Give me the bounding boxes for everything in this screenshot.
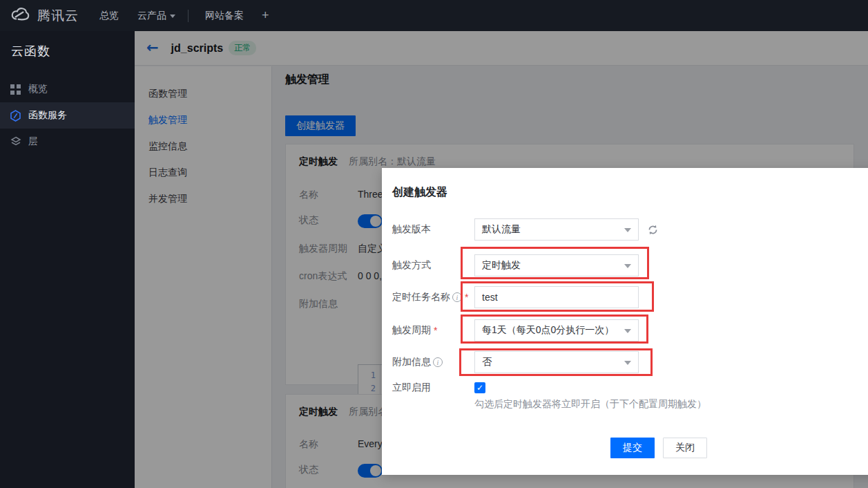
top-nav-items: 总览 云产品 网站备案 + xyxy=(79,8,269,23)
required-mark: * xyxy=(465,292,468,303)
field-label-task-name: 定时任务名称 i * xyxy=(392,291,474,303)
chevron-down-icon xyxy=(624,329,631,333)
create-trigger-modal: 创建触发器 触发版本 默认流量 触发方式 定时触发 xyxy=(382,168,868,475)
task-name-input[interactable] xyxy=(474,286,639,308)
layers-icon xyxy=(10,136,21,148)
refresh-icon[interactable] xyxy=(647,223,659,236)
required-mark: * xyxy=(434,325,437,336)
field-label-extra-info: 附加信息 i xyxy=(392,356,474,368)
info-icon[interactable]: i xyxy=(433,357,443,367)
submit-button[interactable]: 提交 xyxy=(610,438,655,458)
grid-icon xyxy=(10,84,21,95)
brand[interactable]: 腾讯云 xyxy=(10,6,79,25)
trigger-method-select[interactable]: 定时触发 xyxy=(474,254,639,276)
sidebar-item-function-service[interactable]: 函数服务 xyxy=(0,102,135,129)
extra-info-select[interactable]: 否 xyxy=(474,351,639,373)
nav-overview[interactable]: 总览 xyxy=(99,10,119,22)
chevron-down-icon xyxy=(170,15,175,18)
info-icon[interactable]: i xyxy=(452,292,462,302)
trigger-version-select[interactable]: 默认流量 xyxy=(474,218,639,241)
top-navbar: 腾讯云 总览 云产品 网站备案 + xyxy=(0,0,868,31)
sidebar-menu: 概览 函数服务 层 xyxy=(0,76,135,155)
enable-now-help-text: 勾选后定时触发器将立即开启（于下个配置周期触发） xyxy=(474,398,706,411)
field-label-enable-now: 立即启用 xyxy=(392,382,474,394)
field-label-trigger-version: 触发版本 xyxy=(392,223,474,236)
nav-beian[interactable]: 网站备案 xyxy=(205,10,244,22)
nav-add-tab-button[interactable]: + xyxy=(262,8,269,23)
sidebar-item-label: 概览 xyxy=(28,83,48,95)
sidebar-item-overview[interactable]: 概览 xyxy=(0,76,135,102)
nav-products[interactable]: 云产品 xyxy=(137,10,175,22)
chevron-down-icon xyxy=(624,228,631,232)
brand-name: 腾讯云 xyxy=(37,7,79,25)
field-label-trigger-method: 触发方式 xyxy=(392,259,474,272)
sidebar-title: 云函数 xyxy=(0,31,135,59)
tencent-cloud-logo-icon xyxy=(10,6,31,25)
close-button[interactable]: 关闭 xyxy=(663,438,707,458)
product-sidebar: 云函数 概览 函数服务 层 xyxy=(0,31,135,488)
chevron-down-icon xyxy=(624,361,631,365)
app-window: 腾讯云 总览 云产品 网站备案 + 云函数 概览 xyxy=(0,0,868,488)
chevron-down-icon xyxy=(624,264,631,268)
modal-title: 创建触发器 xyxy=(392,185,447,200)
sidebar-item-label: 层 xyxy=(28,135,38,148)
field-label-trigger-cycle: 触发周期 * xyxy=(392,324,474,337)
enable-now-checkbox[interactable]: ✓ xyxy=(474,382,485,393)
trigger-cycle-select[interactable]: 每1天（每天0点0分执行一次） xyxy=(474,319,639,341)
sidebar-item-label: 函数服务 xyxy=(28,109,67,122)
function-icon xyxy=(10,110,21,122)
sidebar-item-layers[interactable]: 层 xyxy=(0,129,135,155)
nav-divider xyxy=(188,10,189,22)
